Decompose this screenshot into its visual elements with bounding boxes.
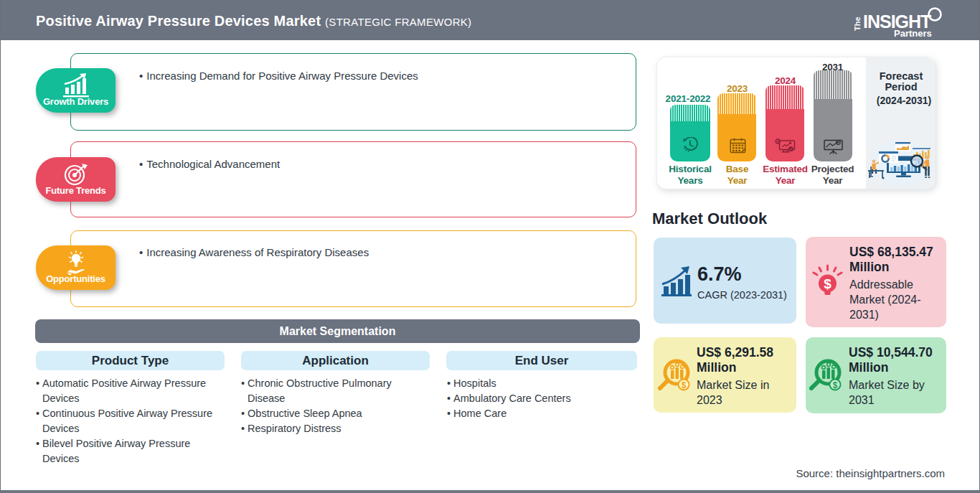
svg-text:The: The xyxy=(854,17,862,31)
svg-text:$: $ xyxy=(682,380,687,390)
svg-text:Partners: Partners xyxy=(894,28,932,37)
svg-text:$: $ xyxy=(833,380,838,390)
svg-text:$: $ xyxy=(824,276,831,291)
